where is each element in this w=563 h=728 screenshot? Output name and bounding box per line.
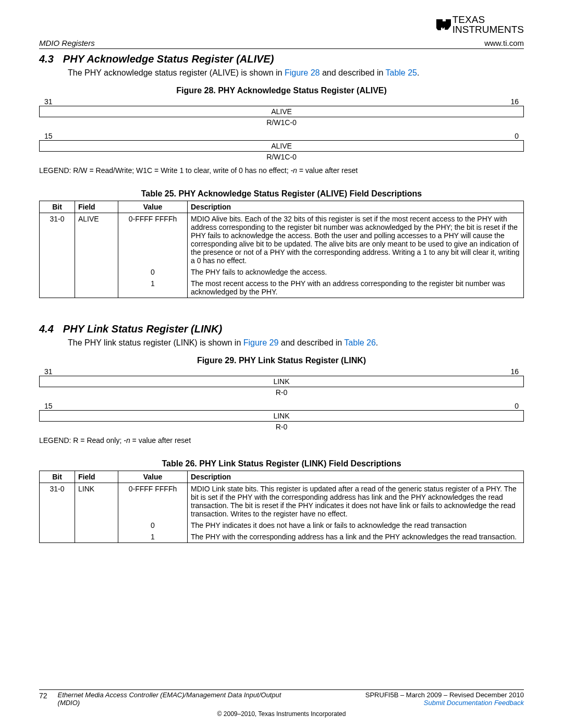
cell-empty [75, 531, 118, 543]
legend-text: LEGEND: R = Read only; [39, 436, 124, 445]
reg-access-hi: R/W1C-0 [39, 118, 524, 127]
cell-empty [40, 266, 75, 278]
header-bar: MDIO Registers www.ti.com [39, 39, 524, 49]
cell-desc: The PHY with the corresponding address h… [188, 531, 524, 543]
bit-16: 16 [510, 367, 519, 376]
bit-15: 15 [44, 402, 53, 410]
bit-row-hi: 31 16 [39, 367, 524, 376]
legend-n: -n [290, 166, 299, 175]
section-4-4-num: 4.4 [39, 323, 54, 335]
reg-field-alive-hi: ALIVE [39, 106, 524, 117]
reg-access-lo: R/W1C-0 [39, 153, 524, 161]
intro-text: . [376, 338, 378, 347]
cell-value: 0 [118, 266, 188, 278]
reg-field-alive-lo: ALIVE [39, 140, 524, 152]
cell-empty [75, 278, 118, 298]
table-row: 0 The PHY fails to acknowledge the acces… [40, 266, 524, 278]
intro-text: . [417, 68, 419, 77]
cell-desc: The most recent access to the PHY with a… [188, 278, 524, 298]
cell-desc: MDIO Link state bits. This register is u… [188, 483, 524, 520]
footer-left: 72 Ethernet Media Access Controller (EMA… [39, 692, 298, 707]
figure-29: 31 16 LINK R-0 15 0 LINK R-0 [39, 367, 524, 431]
bit-0: 0 [515, 132, 519, 140]
legend-n: -n [124, 436, 132, 445]
legend-text: LEGEND: R/W = Read/Write; W1C = Write 1 … [39, 166, 290, 175]
reg-access-hi: R-0 [39, 388, 524, 397]
figure-29-link[interactable]: Figure 29 [243, 338, 279, 347]
page: TEXAS INSTRUMENTS MDIO Registers www.ti.… [0, 0, 563, 728]
intro-text: and described in [320, 68, 386, 77]
page-number: 72 [39, 692, 47, 707]
figure-29-legend: LEGEND: R = Read only; -n = value after … [39, 436, 524, 445]
bit-0: 0 [515, 402, 519, 410]
cell-empty [40, 531, 75, 543]
header-left: MDIO Registers [39, 39, 95, 47]
figure-28: 31 16 ALIVE R/W1C-0 15 0 ALIVE R/W1C-0 [39, 97, 524, 161]
reg-access-lo: R-0 [39, 423, 524, 431]
table-26-title: Table 26. PHY Link Status Register (LINK… [39, 459, 524, 468]
col-field: Field [75, 201, 118, 213]
reg-field-link-hi: LINK [39, 376, 524, 387]
footer-right: SPRUFI5B – March 2009 – Revised December… [365, 692, 524, 707]
section-4-4-intro: The PHY link status register (LINK) is s… [68, 338, 524, 348]
col-description: Description [188, 471, 524, 483]
logo-text-bottom: INSTRUMENTS [452, 24, 524, 34]
cell-empty [75, 520, 118, 531]
table-row: 0 The PHY indicates it does not have a l… [40, 520, 524, 531]
intro-text: and described in [278, 338, 344, 347]
cell-value: 1 [118, 531, 188, 543]
reg-field-link-lo: LINK [39, 410, 524, 422]
table-row: 31-0 ALIVE 0-FFFF FFFFh MDIO Alive bits.… [40, 213, 524, 267]
bit-row-lo: 15 0 [39, 132, 524, 140]
ti-logo-text: TEXAS INSTRUMENTS [452, 15, 524, 34]
logo-text-top: TEXAS [452, 15, 524, 24]
figure-29-title: Figure 29. PHY Link Status Register (LIN… [39, 356, 524, 365]
section-4-3-intro: The PHY acknowledge status register (ALI… [68, 68, 524, 78]
table-row: 1 The most recent access to the PHY with… [40, 278, 524, 298]
cell-empty [40, 278, 75, 298]
col-description: Description [188, 201, 524, 213]
bit-row-hi: 31 16 [39, 97, 524, 106]
cell-desc: The PHY indicates it does not have a lin… [188, 520, 524, 531]
figure-28-title: Figure 28. PHY Acknowledge Status Regist… [39, 86, 524, 95]
intro-text: The PHY link status register (LINK) is s… [68, 338, 243, 347]
col-bit: Bit [40, 471, 75, 483]
bit-31: 31 [44, 367, 53, 376]
logo-row: TEXAS INSTRUMENTS [39, 15, 524, 34]
figure-28-legend: LEGEND: R/W = Read/Write; W1C = Write 1 … [39, 166, 524, 175]
cell-value: 0-FFFF FFFFh [118, 213, 188, 267]
ti-chip-icon [435, 17, 452, 32]
intro-text: The PHY acknowledge status register (ALI… [68, 68, 285, 77]
section-4-3-title: 4.3PHY Acknowledge Status Register (ALIV… [39, 53, 524, 65]
footer-docnum: SPRUFI5B – March 2009 – Revised December… [365, 692, 524, 699]
figure-28-link[interactable]: Figure 28 [285, 68, 320, 77]
bit-15: 15 [44, 132, 53, 140]
table-26-link[interactable]: Table 26 [344, 338, 376, 347]
cell-desc: MDIO Alive bits. Each of the 32 bits of … [188, 213, 524, 267]
table-header-row: Bit Field Value Description [40, 471, 524, 483]
bit-31: 31 [44, 97, 53, 106]
table-26: Bit Field Value Description 31-0 LINK 0-… [39, 471, 524, 543]
cell-field: ALIVE [75, 213, 118, 267]
cell-empty [75, 266, 118, 278]
cell-empty [40, 520, 75, 531]
cell-field: LINK [75, 483, 118, 520]
bit-row-lo: 15 0 [39, 402, 524, 410]
legend-text: = value after reset [132, 436, 191, 445]
section-4-4-title: 4.4PHY Link Status Register (LINK) [39, 323, 524, 335]
cell-value: 0 [118, 520, 188, 531]
table-25: Bit Field Value Description 31-0 ALIVE 0… [39, 201, 524, 298]
table-25-link[interactable]: Table 25 [386, 68, 418, 77]
table-25-title: Table 25. PHY Acknowledge Status Registe… [39, 189, 524, 199]
footer-line: 72 Ethernet Media Access Controller (EMA… [39, 689, 524, 707]
footer: 72 Ethernet Media Access Controller (EMA… [39, 689, 524, 718]
table-row: 1 The PHY with the corresponding address… [40, 531, 524, 543]
submit-feedback-link[interactable]: Submit Documentation Feedback [424, 699, 524, 707]
cell-value: 0-FFFF FFFFh [118, 483, 188, 520]
cell-value: 1 [118, 278, 188, 298]
copyright: © 2009–2010, Texas Instruments Incorpora… [39, 710, 524, 718]
ti-logo: TEXAS INSTRUMENTS [435, 15, 524, 34]
section-4-4-heading: PHY Link Status Register (LINK) [63, 323, 222, 335]
col-value: Value [118, 471, 188, 483]
legend-text: = value after reset [299, 166, 358, 175]
